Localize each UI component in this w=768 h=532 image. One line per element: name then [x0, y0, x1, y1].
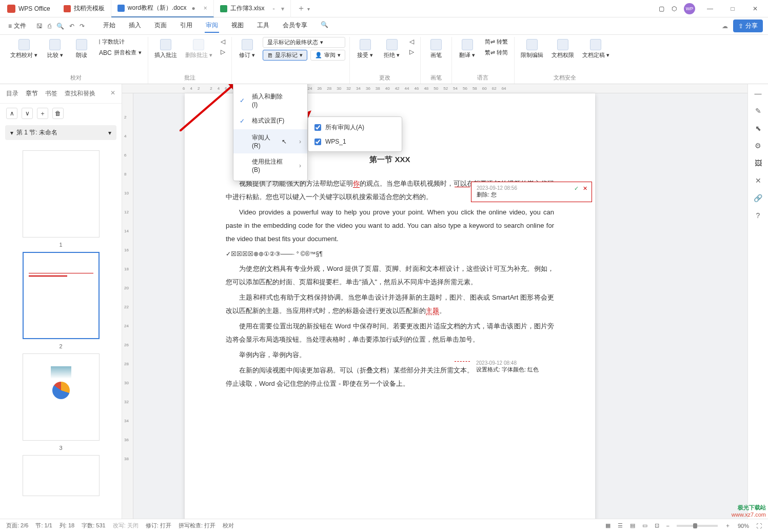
- horizontal-ruler[interactable]: 6422468101214161820222426283032343638404…: [122, 84, 747, 93]
- submenu-all-reviewers[interactable]: 所有审阅人(A): [308, 120, 402, 135]
- menu-tools[interactable]: 工具: [256, 19, 270, 33]
- nav-down-button[interactable]: ∨: [22, 108, 33, 119]
- tab-options-icon[interactable]: ▫: [272, 5, 274, 12]
- tab-word-doc[interactable]: word教程（新）.docx ● ×: [111, 0, 214, 17]
- undo-icon[interactable]: ↶: [69, 23, 74, 30]
- comment-card-format[interactable]: 2023-09-12 08:48 设置格式: 字体颜色: 红色: [471, 357, 592, 377]
- zoom-level[interactable]: 90%: [738, 523, 749, 529]
- menu-search-icon[interactable]: 🔍: [320, 19, 329, 33]
- pinyin-check-button[interactable]: ABC拼音检查 ▾: [97, 48, 144, 57]
- save-icon[interactable]: 🖫: [36, 23, 43, 30]
- tools-icon[interactable]: ✕: [755, 176, 761, 185]
- reject-button[interactable]: 拒绝 ▾: [381, 37, 403, 61]
- tab-template[interactable]: 找稻壳模板: [57, 0, 111, 17]
- word-count-button[interactable]: 𝄁字数统计: [97, 37, 144, 47]
- section-header[interactable]: ▾ 第 1 节: 未命名 ▾: [5, 125, 116, 140]
- accept-button[interactable]: 接受 ▾: [354, 37, 377, 61]
- delete-section-button[interactable]: 🗑: [52, 108, 64, 119]
- to-simplified-button[interactable]: 繁⇌ 转简: [483, 48, 510, 57]
- view-outline-icon[interactable]: ☰: [618, 522, 623, 529]
- menu-insert[interactable]: 插入: [128, 19, 142, 33]
- status-column[interactable]: 列: 18: [60, 522, 74, 529]
- settings-icon[interactable]: ⚙: [755, 142, 761, 150]
- select-icon[interactable]: ⬉: [755, 124, 761, 132]
- zoom-slider[interactable]: [677, 525, 718, 527]
- menu-review[interactable]: 审阅: [205, 19, 219, 33]
- help-icon[interactable]: ?: [756, 211, 760, 220]
- nav-up-button[interactable]: ∧: [6, 108, 17, 119]
- status-words[interactable]: 字数: 531: [82, 522, 105, 529]
- cloud-icon[interactable]: ☁: [722, 23, 728, 30]
- maximize-button[interactable]: □: [725, 5, 740, 12]
- window-layout-icon[interactable]: ▢: [659, 5, 664, 12]
- menu-item-format[interactable]: ✓格式设置(F): [233, 112, 307, 129]
- close-icon[interactable]: ×: [204, 5, 207, 12]
- zoom-fit-icon[interactable]: ⊡: [655, 522, 659, 529]
- sidebar-tab-chapters[interactable]: 章节: [26, 89, 38, 98]
- menu-item-insertdelete[interactable]: ✓插入和删除(I): [233, 88, 307, 112]
- doc-proof-button[interactable]: 文档校对 ▾: [8, 37, 40, 61]
- zoom-in-button[interactable]: ＋: [725, 522, 731, 529]
- cube-icon[interactable]: ⬡: [672, 5, 677, 12]
- brush-button[interactable]: 画笔: [425, 37, 447, 61]
- image-icon[interactable]: 🖼: [755, 159, 762, 167]
- status-proof[interactable]: 校对: [223, 522, 234, 529]
- delete-comment-button[interactable]: 删除批注 ▾: [183, 37, 214, 61]
- sidebar-tab-bookmarks[interactable]: 书签: [45, 89, 57, 98]
- menu-item-comments[interactable]: ✓批注(C): [233, 84, 307, 88]
- view-read-icon[interactable]: ▭: [642, 522, 647, 529]
- share-button[interactable]: ⇪ 分享: [733, 19, 763, 32]
- to-traditional-button[interactable]: 简⇌ 转繁: [483, 37, 510, 47]
- preview-icon[interactable]: 🔍: [56, 23, 64, 30]
- show-marks-dropdown[interactable]: 🖹显示标记 ▾: [263, 50, 307, 61]
- prev-comment-button[interactable]: ◁: [219, 37, 227, 46]
- add-section-button[interactable]: ＋: [37, 108, 48, 119]
- print-icon[interactable]: ⎙: [48, 23, 51, 30]
- sidebar-tab-outline[interactable]: 目录: [6, 89, 18, 98]
- zoom-out-button[interactable]: −: [666, 523, 669, 529]
- status-overwrite[interactable]: 改写: 关闭: [113, 522, 139, 529]
- thumbnail-page-1[interactable]: [23, 150, 100, 238]
- reviewer-dropdown[interactable]: 👤审阅 ▾: [310, 50, 345, 61]
- status-track[interactable]: 修订: 打开: [146, 522, 171, 529]
- minimize---button[interactable]: —: [702, 5, 718, 12]
- menu-reference[interactable]: 引用: [179, 19, 193, 33]
- close-icon[interactable]: ✕: [110, 89, 115, 98]
- doc-finalize-button[interactable]: 文档定稿 ▾: [580, 37, 612, 61]
- thumbnail-page-4[interactable]: [23, 455, 100, 496]
- avatar[interactable]: WP: [684, 3, 695, 14]
- menu-member[interactable]: 会员专享: [282, 19, 308, 33]
- link-icon[interactable]: 🔗: [754, 194, 762, 202]
- vertical-ruler[interactable]: 2468101214161820222426283032343638: [122, 93, 133, 519]
- next-comment-button[interactable]: ▷: [219, 47, 227, 56]
- menu-view[interactable]: 视图: [230, 19, 245, 33]
- fullscreen-icon[interactable]: ⛶: [756, 523, 762, 529]
- restrict-edit-button[interactable]: 限制编辑: [519, 37, 545, 61]
- close-window-button[interactable]: ✕: [747, 5, 763, 12]
- translate-button[interactable]: 翻译 ▾: [456, 37, 479, 61]
- thumbnail-page-3[interactable]: [23, 353, 100, 441]
- close-icon[interactable]: ▾: [281, 5, 284, 12]
- file-menu[interactable]: ≡ 文件: [5, 22, 29, 30]
- insert-comment-button[interactable]: 插入批注: [152, 37, 179, 61]
- status-spell[interactable]: 拼写检查: 打开: [179, 522, 215, 529]
- read-aloud-button[interactable]: 朗读: [70, 37, 93, 61]
- accept-icon[interactable]: ✓: [574, 185, 579, 192]
- menu-page[interactable]: 页面: [153, 19, 168, 33]
- prev-change-button[interactable]: ◁: [407, 37, 416, 46]
- menu-start[interactable]: 开始: [102, 19, 116, 33]
- menu-item-reviewer[interactable]: 审阅人(R)↖›: [233, 129, 307, 153]
- redo-icon[interactable]: ↷: [80, 23, 85, 30]
- reject-icon[interactable]: ✕: [583, 185, 587, 192]
- compare-button[interactable]: 比较 ▾: [44, 37, 66, 61]
- view-web-icon[interactable]: ▤: [630, 522, 635, 529]
- submenu-user[interactable]: WPS_1: [308, 135, 402, 148]
- tab-xlsx[interactable]: 工作簿3.xlsx ▫ ▾: [214, 0, 291, 17]
- next-change-button[interactable]: ▷: [407, 47, 416, 56]
- view-print-icon[interactable]: ▦: [605, 522, 611, 529]
- sidebar-tab-findreplace[interactable]: 查找和替换: [65, 89, 95, 98]
- checkbox[interactable]: [314, 139, 321, 145]
- track-changes-button[interactable]: 修订 ▾: [236, 37, 259, 61]
- doc-permission-button[interactable]: 文档权限: [549, 37, 576, 61]
- thumbnail-page-2[interactable]: [23, 252, 100, 339]
